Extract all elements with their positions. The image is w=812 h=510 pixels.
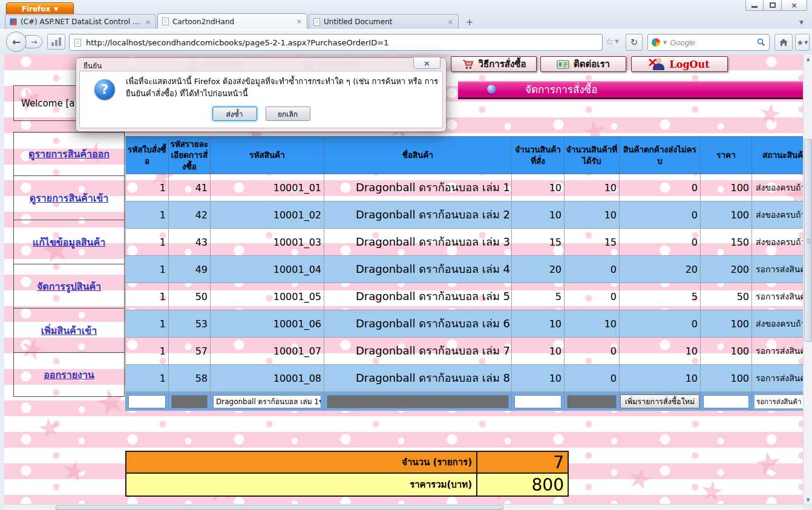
maximize-button[interactable]	[764, 0, 782, 11]
table-cell: 15	[565, 229, 620, 256]
star-pattern-icon: ★	[753, 446, 785, 481]
sidebar-item-label[interactable]: ดูรายการสินค้าออก	[28, 146, 110, 162]
order-id-input[interactable]	[128, 395, 166, 408]
vertical-scrollbar[interactable]: ▲ ▼	[803, 54, 812, 504]
table-cell: 10	[565, 174, 620, 201]
table-cell: 0	[620, 174, 701, 201]
table-cell: ส่งของครบถ้วน	[752, 310, 803, 338]
detail-id-input-disabled	[171, 395, 208, 408]
sidebar-item-label[interactable]: จัดการรูปสินค้า	[37, 279, 101, 294]
table-cell: Dragonball ดราก้อนบอล เล่ม 5	[324, 283, 512, 310]
table-cell: 57	[169, 338, 211, 365]
dialog-close-button[interactable]: ×	[413, 57, 440, 69]
table-cell: 41	[169, 174, 211, 201]
sidebar-item[interactable]: ออกรายงาน	[13, 353, 125, 397]
table-cell: 150	[701, 229, 752, 256]
tab-title: Untitled Document	[324, 18, 444, 26]
tab-close-icon[interactable]: ×	[447, 19, 454, 25]
table-row: 14910001_04Dragonball ดราก้อนบอล เล่ม 42…	[126, 256, 803, 283]
table-header-row: รหัสใบสั่งซื้อ รหัสรายละเอียดการสั่งซื้อ…	[126, 137, 803, 174]
table-cell: 200	[701, 256, 752, 283]
select-caret-icon: ▼	[319, 399, 321, 405]
sidebar-item[interactable]: ดูรายการสินค้าเข้า	[13, 176, 125, 220]
table-cell: 10	[512, 174, 565, 201]
page-header-bar: จัดการการสั่งซื้อ	[458, 81, 803, 99]
table-cell: 0	[620, 201, 701, 229]
tab-list-caret-icon[interactable]: ▼	[799, 19, 804, 25]
toolbar-bars-icon[interactable]	[47, 34, 65, 50]
sidebar-item[interactable]: แก้ไขข้อมูลสินค้า	[13, 220, 125, 264]
tab-untitled-document[interactable]: Untitled Document ×	[309, 14, 459, 29]
reload-button[interactable]: ↻	[626, 34, 643, 51]
table-cell: Dragonball ดราก้อนบอล เล่ม 2	[324, 201, 512, 229]
price-input[interactable]	[703, 395, 749, 408]
tab-close-icon[interactable]: ×	[145, 19, 151, 25]
vertical-scroll-thumb[interactable]	[804, 139, 812, 342]
scroll-up-icon[interactable]: ▲	[804, 54, 812, 63]
home-button[interactable]	[774, 34, 793, 51]
product-select[interactable]: Dragonball ดราก้อนบอล เล่ม 1 ▼	[213, 395, 321, 408]
table-cell: Dragonball ดราก้อนบอล เล่ม 1	[324, 174, 512, 201]
table-cell: รอการส่งสินค้า	[752, 283, 803, 310]
tab-aspnet-datalist[interactable]: (C#) ASP.NET DataList Control - Find... …	[5, 14, 156, 29]
sidebar-item-label[interactable]: ดูรายการสินค้าเข้า	[30, 191, 108, 206]
screen: Firefox ▼ × (C#) ASP.NET DataList Contro…	[0, 0, 812, 510]
how-to-order-label: วิธีการสั่งซื้อ	[479, 57, 526, 71]
sidebar-item[interactable]: เพิ่มสินค้าเข้า	[13, 309, 125, 353]
tab-cartoon2ndhand[interactable]: Cartoon2ndHand ×	[157, 13, 307, 29]
scroll-down-icon[interactable]: ▼	[804, 495, 812, 504]
table-footer-form-row: Dragonball ดราก้อนบอล เล่ม 1 ▼ เพิ่มรายก…	[126, 392, 803, 411]
contact-us-button[interactable]: ติดต่อเรา	[540, 56, 626, 72]
welcome-text: Welcome [a	[21, 98, 74, 109]
how-to-order-button[interactable]: วิธีการสั่งซื้อ	[451, 56, 537, 72]
summary-count-label: จำนวน (รายการ)	[126, 452, 477, 472]
table-cell: 50	[169, 283, 211, 310]
sidebar-item[interactable]: จัดการรูปสินค้า	[13, 264, 125, 309]
minimize-button[interactable]	[745, 0, 764, 11]
window-close-button[interactable]: ×	[782, 0, 807, 11]
col-header: ราคา	[701, 137, 752, 174]
url-input[interactable]	[86, 38, 597, 47]
table-cell: Dragonball ดราก้อนบอล เล่ม 4	[324, 256, 512, 283]
chevron-down-icon[interactable]: ▼	[663, 40, 667, 45]
logout-button[interactable]: × LogOut	[631, 56, 728, 72]
sidebar-item-label[interactable]: แก้ไขข้อมูลสินค้า	[33, 235, 105, 250]
add-order-item-button[interactable]: เพิ่มรายการสั่งซื้อใหม่	[620, 394, 699, 408]
col-header: รหัสใบสั่งซื้อ	[126, 137, 169, 174]
firefox-menu-label: Firefox	[22, 5, 51, 13]
table-cell: 0	[565, 256, 620, 283]
table-cell: 10	[565, 201, 620, 229]
bookmarks-button[interactable]: ★▼	[795, 34, 810, 51]
search-icon[interactable]	[757, 38, 765, 47]
browser-chrome: Firefox ▼ × (C#) ASP.NET DataList Contro…	[0, 0, 812, 54]
new-tab-button[interactable]: +	[462, 16, 477, 28]
sidebar-item-label[interactable]: เพิ่มสินค้าเข้า	[41, 323, 97, 338]
table-cell: ส่งของครบถ้วน	[752, 174, 803, 201]
cancel-button[interactable]: ยกเลิก	[266, 106, 310, 121]
confirm-dialog: ยืนยัน × ? เพื่อที่จะแสดงหน้านี้ Firefox…	[76, 57, 447, 132]
table-cell: 20	[512, 256, 565, 283]
quantity-ordered-input[interactable]	[514, 395, 562, 408]
sidebar-menu: ดูรายการสินค้าออกดูรายการสินค้าเข้าแก้ไข…	[13, 132, 125, 397]
resend-button[interactable]: ส่งซ้ำ	[212, 106, 257, 121]
tab-close-icon[interactable]: ×	[296, 18, 303, 25]
table-cell: 20	[620, 256, 701, 283]
star-pattern-icon: ★	[756, 99, 784, 129]
orb-icon	[487, 85, 496, 94]
page-title: จัดการการสั่งซื้อ	[525, 81, 597, 97]
summary-total-label: ราคารวม(บาท)	[126, 474, 477, 495]
forward-button[interactable]: →	[25, 35, 42, 48]
table-cell: 10001_05	[211, 283, 324, 310]
table-cell: 5	[620, 283, 701, 310]
search-input[interactable]	[670, 38, 754, 47]
url-bar[interactable]	[69, 34, 603, 51]
back-button[interactable]: ←	[6, 31, 27, 52]
sidebar-item[interactable]: ดูรายการสินค้าออก	[13, 132, 125, 176]
dialog-body: ? เพื่อที่จะแสดงหน้านี้ Firefox ต้องส่งข…	[79, 71, 443, 128]
search-box[interactable]: ▼	[647, 34, 770, 51]
bookmark-star-icon[interactable]: ☆▼	[605, 36, 619, 47]
table-cell: รอการส่งสินค้า	[752, 338, 803, 365]
horizontal-scrollbar[interactable]	[4, 504, 803, 510]
horizontal-scroll-thumb[interactable]	[56, 505, 503, 510]
sidebar-item-label[interactable]: ออกรายงาน	[44, 367, 94, 382]
